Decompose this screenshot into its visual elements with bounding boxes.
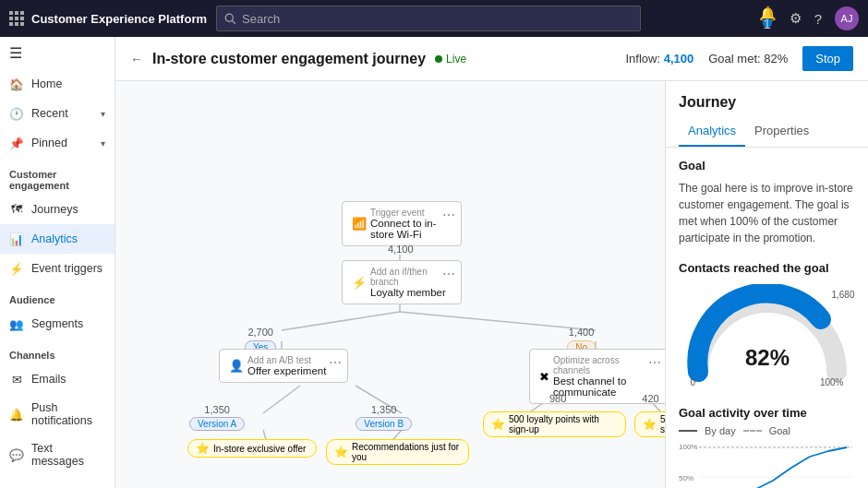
settings-icon[interactable]: ⚙ [790, 10, 802, 27]
help-icon[interactable]: ? [814, 11, 822, 27]
node-menu-trigger[interactable]: ⋯ [442, 208, 455, 222]
goal-title: Goal [679, 159, 855, 173]
live-label: Live [446, 53, 466, 65]
offer1-label: In-store exclusive offer [213, 444, 306, 454]
goal-line-chart: 100% 50% 0% Jun [679, 442, 855, 488]
app-logo: Customer Experience Platform [9, 11, 207, 26]
loyalty1-node[interactable]: ⭐ 500 loyalty points with sign-up [483, 411, 626, 437]
sidebar-label-home: Home [31, 77, 62, 90]
home-icon: 🏠 [9, 77, 24, 91]
by-day-legend-line [679, 430, 697, 432]
segments-icon: 👥 [9, 316, 24, 331]
chevron-down-icon-2: ▾ [101, 138, 105, 149]
sidebar-label-event-triggers: Event triggers [31, 262, 102, 275]
node-menu-ab[interactable]: ⋯ [329, 355, 342, 370]
goal-legend-line [743, 430, 762, 432]
analytics-icon: 📊 [9, 232, 24, 246]
text-icon: 💬 [9, 447, 24, 462]
goal-chart-svg: 100% 50% 0% Jun [679, 442, 854, 488]
recent-icon: 🕐 [9, 106, 24, 121]
gauge-label-right: 100% [820, 377, 844, 387]
offer1-node[interactable]: ⭐ In-store exclusive offer [187, 439, 317, 458]
sidebar-item-segments[interactable]: 👥 Segments [0, 309, 115, 339]
journey-body: ⋯ 📶 Trigger event Connect to in-store Wi… [115, 81, 868, 488]
goal-legend-label: Goal [769, 425, 790, 436]
ab-node-main-label: Offer experiment [247, 365, 326, 376]
flow-number-trigger: 4,100 [388, 242, 414, 256]
journeys-icon: 🗺 [9, 202, 24, 217]
offer2-icon: ⭐ [334, 446, 348, 458]
ab-test-node[interactable]: ⋯ 👤 Add an A/B test Offer experiment [219, 349, 348, 383]
offer1-icon: ⭐ [196, 442, 210, 455]
chevron-down-icon: ▾ [101, 109, 105, 119]
section-assets: Assets [0, 475, 115, 488]
panel-title: Journey [666, 81, 868, 118]
loyalty2-label: 500 loyalty points with sign-up [660, 414, 665, 434]
chart-legend: By day Goal [679, 425, 855, 436]
gauge-chart: 1,680 82% 0 100% [680, 284, 855, 387]
sidebar-label-text: Text messages [31, 442, 105, 468]
sidebar-item-pinned[interactable]: 📌 Pinned ▾ [0, 128, 115, 158]
ab-node-small-label: Add an A/B test [247, 355, 326, 365]
sidebar-item-emails[interactable]: ✉ Emails [0, 364, 115, 394]
version-b-badge: Version B [356, 417, 412, 431]
stop-button[interactable]: Stop [802, 46, 853, 71]
optimize-sub-counts: 980 420 [549, 393, 659, 404]
notification-icon[interactable]: 🔔 1 [759, 6, 777, 31]
svg-text:50%: 50% [679, 474, 693, 482]
app-grid-icon [9, 11, 24, 26]
goal-activity-section: Goal activity over time By day Goal 100%… [666, 399, 868, 488]
app-title: Customer Experience Platform [31, 12, 207, 26]
sidebar-item-recent[interactable]: 🕐 Recent ▾ [0, 99, 115, 128]
contacts-title: Contacts reached the goal [679, 261, 855, 275]
back-button[interactable]: ← [130, 52, 143, 66]
gauge-far-right-label: 1,680 [831, 290, 854, 300]
right-panel: Journey Analytics Properties Goal The go… [665, 81, 868, 488]
sidebar-item-home[interactable]: 🏠 Home [0, 69, 115, 99]
search-input[interactable] [242, 12, 633, 26]
goal-description: The goal here is to improve in-store cus… [679, 180, 855, 246]
inflow-info: Inflow: 4,100 [626, 52, 694, 65]
sidebar-label-analytics: Analytics [31, 232, 78, 245]
tab-analytics[interactable]: Analytics [679, 118, 745, 147]
sidebar-item-event-triggers[interactable]: ⚡ Event triggers [0, 254, 115, 283]
sidebar-item-journeys[interactable]: 🗺 Journeys [0, 195, 115, 224]
main-content: ← In-store customer engagement journey L… [115, 37, 868, 488]
sidebar-item-push[interactable]: 🔔 Push notifications [0, 394, 115, 434]
sidebar-label-pinned: Pinned [31, 137, 67, 149]
live-dot [435, 55, 442, 63]
loyalty2-node[interactable]: ⭐ 500 loyalty points with sign-up [634, 411, 665, 437]
topbar-icons: 🔔 1 ⚙ ? AJ [759, 6, 859, 31]
journey-header: ← In-store customer engagement journey L… [115, 37, 868, 81]
gauge-label-left: 0 [691, 377, 696, 387]
loyalty1-icon: ⭐ [491, 418, 505, 431]
hamburger-button[interactable]: ☰ [0, 37, 115, 69]
search-icon [224, 13, 236, 25]
header-right-section: Inflow: 4,100 Goal met: 82% Stop [626, 46, 854, 71]
contacts-section: Contacts reached the goal 1,680 82% [666, 257, 868, 399]
goal-activity-title: Goal activity over time [679, 406, 855, 420]
section-audience: Audience [0, 283, 115, 309]
search-bar[interactable] [216, 6, 641, 31]
goal-section: Goal The goal here is to improve in-stor… [666, 148, 868, 257]
branch-node-small-label: Add an if/then branch [370, 267, 452, 287]
svg-line-1 [233, 20, 235, 23]
section-channels: Channels [0, 339, 115, 364]
sidebar-label-push: Push notifications [31, 401, 105, 427]
avatar[interactable]: AJ [835, 6, 859, 30]
branch-node[interactable]: ⋯ ⚡ Add an if/then branch Loyalty member [342, 260, 462, 304]
sidebar-item-analytics[interactable]: 📊 Analytics [0, 224, 115, 254]
node-menu-optimize[interactable]: ⋯ [648, 355, 661, 370]
event-triggers-icon: ⚡ [9, 261, 24, 276]
by-day-legend-label: By day [705, 425, 736, 436]
main-layout: ☰ 🏠 Home 🕐 Recent ▾ 📌 Pinned ▾ Customer … [0, 37, 868, 488]
sidebar-item-text[interactable]: 💬 Text messages [0, 434, 115, 475]
svg-text:100%: 100% [679, 443, 697, 451]
trigger-node[interactable]: ⋯ 📶 Trigger event Connect to in-store Wi… [342, 201, 462, 246]
notification-badge: 1 [763, 18, 772, 28]
section-customer-engagement: Customer engagement [0, 158, 115, 195]
tab-properties[interactable]: Properties [745, 118, 818, 147]
node-menu-branch[interactable]: ⋯ [442, 267, 455, 281]
offer2-node[interactable]: ⭐ Recommendations just for you [326, 439, 469, 465]
loyalty2-icon: ⭐ [643, 418, 657, 431]
